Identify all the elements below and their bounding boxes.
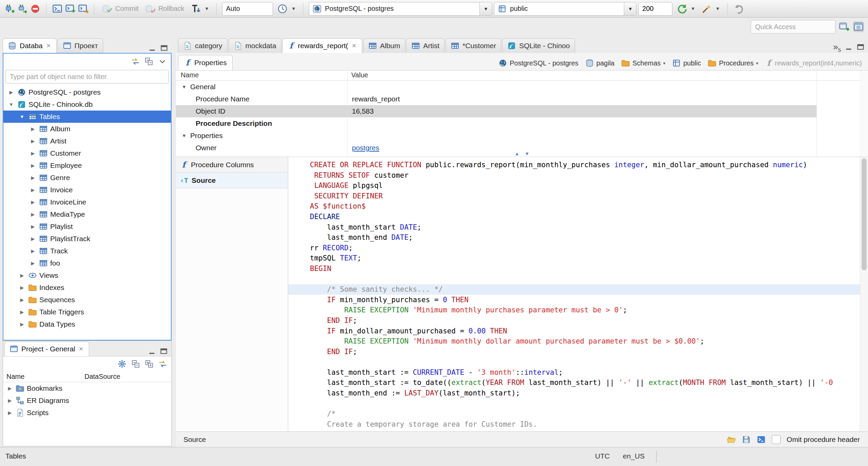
twisty-icon[interactable]: ▶ bbox=[29, 199, 37, 205]
project-item-er-diagrams[interactable]: ▶ER Diagrams bbox=[3, 394, 171, 407]
navigator-filter-input[interactable] bbox=[5, 70, 169, 83]
transaction-mode-button[interactable]: ▼ bbox=[189, 3, 211, 15]
tab-overflow-button[interactable]: »5 bbox=[832, 42, 842, 53]
twisty-icon[interactable]: ▶ bbox=[29, 224, 37, 229]
minimize-icon[interactable] bbox=[148, 43, 157, 53]
tab-project-general[interactable]: Project - General × bbox=[4, 342, 89, 356]
code-line[interactable]: IF min_monthly_purchases = 0 THEN bbox=[310, 295, 860, 305]
status-timezone[interactable]: UTC bbox=[595, 452, 610, 460]
code-line[interactable]: Create a temporary storage area for Cust… bbox=[310, 419, 860, 430]
twisty-icon[interactable]: ▼ bbox=[181, 133, 188, 138]
twisty-icon[interactable]: ▶ bbox=[6, 410, 13, 415]
twisty-icon[interactable]: ▶ bbox=[29, 260, 37, 266]
expand-all-icon[interactable] bbox=[145, 360, 154, 368]
code-line[interactable]: last_month_end := LAST_DAY(last_month_st… bbox=[310, 388, 860, 399]
tree-item-indexes[interactable]: ▶Indexes bbox=[3, 281, 171, 294]
schema-dropdown-button[interactable]: ▼ bbox=[624, 2, 636, 15]
generate-mock-data-button[interactable]: ▼ bbox=[699, 3, 722, 15]
quick-access-input[interactable] bbox=[751, 20, 835, 34]
project-item-bookmarks[interactable]: ▶Bookmarks bbox=[3, 382, 171, 394]
source-code-viewer[interactable]: CREATE OR REPLACE FUNCTION public.reward… bbox=[288, 157, 860, 431]
property-row-object-id[interactable]: Object ID16,583 bbox=[176, 105, 816, 117]
code-line[interactable]: SECURITY DEFINER bbox=[310, 191, 860, 201]
twisty-icon[interactable]: ▼ bbox=[7, 102, 15, 107]
tree-item-data-types[interactable]: ▶Data Types bbox=[3, 318, 171, 330]
editor-tab-rewards-report[interactable]: frewards_report(× bbox=[282, 38, 362, 53]
column-divider[interactable] bbox=[347, 71, 348, 157]
twisty-icon[interactable]: ▼ bbox=[181, 84, 188, 90]
maximize-icon[interactable] bbox=[856, 42, 865, 52]
twisty-icon[interactable]: ▶ bbox=[29, 187, 37, 193]
tree-item-invoiceline[interactable]: ▶InvoiceLine bbox=[3, 196, 171, 208]
code-scrollbar[interactable] bbox=[860, 157, 868, 431]
gear-icon[interactable] bbox=[118, 360, 126, 368]
connection-selector[interactable]: PostgreSQL - postgres ▼ bbox=[309, 2, 492, 16]
code-line[interactable]: RAISE EXCEPTION 'Minimum monthly dollar … bbox=[310, 336, 860, 347]
twisty-icon[interactable]: ▶ bbox=[6, 386, 13, 391]
tab-properties[interactable]: f Properties bbox=[178, 55, 233, 70]
column-name[interactable]: Name bbox=[6, 373, 24, 381]
twisty-icon[interactable]: ▼ bbox=[18, 114, 26, 119]
twisty-icon[interactable]: ▶ bbox=[18, 297, 26, 303]
property-row-properties[interactable]: ▼Properties bbox=[176, 130, 816, 142]
code-line[interactable]: RETURNS SETOF customer bbox=[310, 170, 860, 181]
close-icon[interactable]: × bbox=[46, 42, 52, 50]
connection-dropdown-button[interactable]: ▼ bbox=[479, 2, 492, 15]
disconnect-icon[interactable] bbox=[30, 3, 41, 14]
code-line[interactable] bbox=[310, 274, 860, 285]
code-line[interactable]: rr RECORD; bbox=[310, 243, 860, 253]
load-from-file-icon[interactable] bbox=[727, 435, 736, 444]
code-line[interactable]: LANGUAGE plpgsql bbox=[310, 180, 860, 191]
maximize-icon[interactable] bbox=[159, 43, 169, 53]
editor-tab-sqlite-chinoo[interactable]: SQLite - Chinoo bbox=[502, 38, 575, 53]
code-line[interactable]: last_month_start := CURRENT_DATE - '3 mo… bbox=[310, 367, 860, 378]
editor-tab-category[interactable]: category bbox=[178, 38, 228, 53]
splitter-up-icon[interactable]: ▲ bbox=[515, 151, 519, 156]
open-sql-script-icon[interactable] bbox=[78, 3, 88, 14]
code-line[interactable]: BEGIN bbox=[310, 264, 860, 274]
code-line[interactable]: RAISE EXCEPTION 'Minimum monthly purchas… bbox=[310, 305, 860, 315]
breadcrumb-item-procedures[interactable]: Procedures▾ bbox=[708, 59, 758, 67]
column-divider[interactable] bbox=[816, 71, 817, 157]
tree-item-postgresql-postgres[interactable]: ▶PostgreSQL - postgres bbox=[3, 86, 171, 98]
undo-icon[interactable] bbox=[733, 3, 744, 14]
sql-editor-icon[interactable] bbox=[52, 3, 63, 14]
twisty-icon[interactable]: ▶ bbox=[29, 163, 37, 168]
tree-item-artist[interactable]: ▶Artist bbox=[3, 135, 171, 147]
splitter-handle[interactable]: ▲ ▼ bbox=[515, 151, 530, 156]
code-line[interactable]: END IF; bbox=[310, 347, 860, 357]
breadcrumb-item-schemas[interactable]: Schemas▾ bbox=[621, 59, 665, 67]
twisty-icon[interactable]: ▶ bbox=[6, 398, 13, 403]
column-value[interactable]: Value bbox=[351, 71, 368, 79]
new-sql-editor-icon[interactable] bbox=[65, 3, 76, 14]
project-item-scripts[interactable]: ▶Scripts bbox=[3, 407, 171, 419]
code-line[interactable]: /* bbox=[310, 409, 860, 419]
breadcrumb-item-postgresql-postgres[interactable]: PostgreSQL - postgres bbox=[498, 59, 578, 67]
maximize-icon[interactable] bbox=[159, 347, 169, 356]
code-line[interactable]: AS $function$ bbox=[310, 201, 860, 212]
code-line[interactable] bbox=[310, 399, 860, 409]
tree-item-invoice[interactable]: ▶Invoice bbox=[3, 184, 171, 196]
code-line[interactable]: last_month_end DATE; bbox=[310, 232, 860, 243]
twisty-icon[interactable]: ▶ bbox=[29, 175, 37, 180]
column-divider[interactable] bbox=[82, 371, 82, 382]
twisty-icon[interactable]: ▶ bbox=[18, 273, 26, 278]
twisty-icon[interactable]: ▶ bbox=[29, 138, 37, 144]
code-line[interactable]: last_month_start := to_date((extract(YEA… bbox=[310, 377, 860, 388]
code-line[interactable]: /* Some sanity checks... */ bbox=[288, 284, 860, 295]
collapse-all-icon[interactable] bbox=[131, 360, 140, 368]
navigator-tab-databa[interactable]: Databa× bbox=[3, 38, 57, 53]
tree-item-table-triggers[interactable]: ▶Table Triggers bbox=[3, 306, 171, 318]
column-name[interactable]: Name bbox=[181, 71, 199, 79]
tree-item-foo[interactable]: ▶foo bbox=[3, 257, 171, 269]
code-line[interactable]: DECLARE bbox=[310, 212, 860, 222]
splitter-down-icon[interactable]: ▼ bbox=[525, 151, 530, 156]
schema-selector[interactable]: public ▼ bbox=[494, 2, 636, 16]
minimize-icon[interactable] bbox=[147, 347, 157, 356]
breadcrumb-item-public[interactable]: public bbox=[672, 59, 701, 67]
property-row-general[interactable]: ▼General bbox=[176, 81, 816, 93]
connect-icon[interactable] bbox=[17, 3, 28, 14]
tree-item-track[interactable]: ▶Track bbox=[3, 245, 171, 257]
code-line[interactable]: IF min_dollar_amount_purchased = 0.00 TH… bbox=[310, 326, 860, 336]
collapse-all-icon[interactable] bbox=[144, 57, 153, 66]
